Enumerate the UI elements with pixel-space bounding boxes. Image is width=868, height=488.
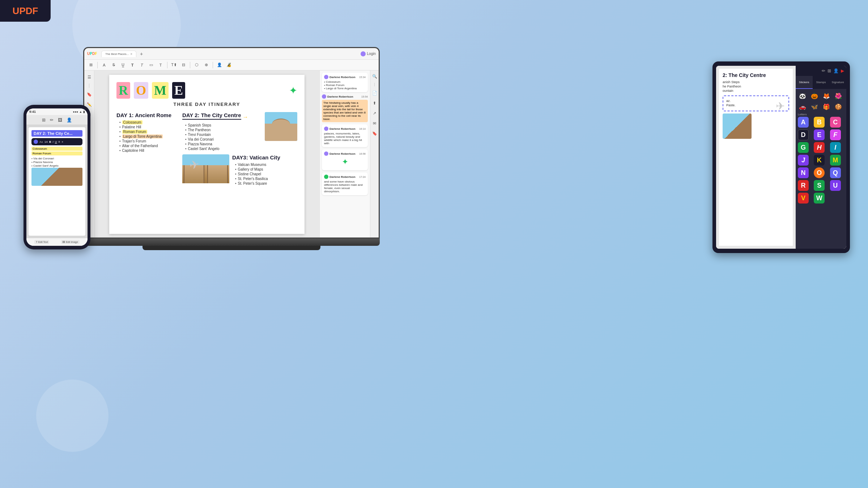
pdf-main-area[interactable]: R O M E ✦ THREE DAY ITINERARY DAY 1: Anc… [94,70,319,237]
letter-sticker-j[interactable]: J [798,155,809,166]
list-item: • Roman Forum [324,84,366,87]
letter-sticker-f[interactable]: F [830,129,841,140]
tablet-close-icon[interactable]: ▶ [841,68,844,73]
comment-1-header: Darlene Robertson 15:34 [324,75,366,79]
phone-color-dot[interactable] [34,140,38,144]
login-text[interactable]: Login [367,52,376,56]
tab-close-btn[interactable]: × [130,52,132,56]
letter-sticker-o[interactable]: O [814,167,825,178]
new-tab-btn[interactable]: + [140,51,143,57]
toolbar-text-icon[interactable]: A [101,61,108,69]
letter-sticker-w[interactable]: W [814,193,825,204]
letter-sticker-k[interactable]: K [814,155,825,166]
phone-pen-icon[interactable]: ✏ [50,117,54,123]
laptop-foot [142,246,320,250]
updf-logo: UPDF [0,0,51,22]
tablet-user-icon[interactable]: 👤 [833,68,839,73]
toolbar-stamp-icon[interactable]: 🔏 [225,61,233,69]
login-area[interactable]: Login [361,51,376,56]
comment-3-author: Darlene Robertson [329,127,356,130]
phone-align-btn[interactable]: ≡ [59,140,60,144]
mail-icon[interactable]: ✉ [371,120,378,127]
sidebar-nav-icon[interactable]: ☰ [86,73,93,81]
phone-pdf: DAY 2: The City Ce... Aa 14 B I U ≡ × [29,127,85,236]
phone-close-btn[interactable]: × [61,140,63,144]
letter-sticker-v[interactable]: V [798,193,809,204]
right-comments-panel: Darlene Robertson 15:34 • Colosseum • Ro… [319,70,370,237]
sticker-flower[interactable]: 🌺 [834,91,843,100]
edit-text-icon: T [36,241,37,243]
toolbar-italic-icon[interactable]: T [138,61,145,69]
sticker-cookie[interactable]: 🍪 [834,102,843,111]
toolbar-text2-icon[interactable]: T [157,61,164,69]
tablet-pen-icon[interactable]: ✏ [822,68,825,73]
sidebar-bookmark-icon[interactable]: 🔖 [86,91,93,98]
sticker-pumpkin[interactable]: 🎃 [810,91,819,100]
letter-sticker-q[interactable]: Q [830,167,841,178]
edit-text-btn[interactable]: T Edit Text [34,240,49,244]
tab-stamps[interactable]: Stamps [813,76,830,89]
letter-sticker-n[interactable]: N [798,167,809,178]
emoji-sticker-row: 🐼 🎃 🦊 🌺 [798,91,844,100]
edit-image-label[interactable]: Edit Image [66,241,78,243]
toolbar-underline-icon[interactable]: U̲ [119,61,127,69]
document-tab[interactable]: The Best Places... × [101,51,136,57]
avatar-3 [324,127,328,131]
phone-underline-btn[interactable]: U [55,140,57,144]
comment-star-decoration: ✦ [324,157,366,167]
letter-sticker-g[interactable]: G [798,142,809,153]
toolbar-layout-icon[interactable]: ⊞ [87,61,94,69]
phone-home-icon[interactable]: ⊞ [42,117,46,123]
letter-sticker-b[interactable]: B [814,117,825,128]
list-item: • Colosseum [324,80,366,84]
sticker-fox[interactable]: 🦊 [822,91,831,100]
itinerary-label: THREE DAY ITINERARY [116,102,297,107]
toolbar-bold-icon[interactable]: T [129,61,136,69]
day2-day3-area: DAY 2: The City Centre → Spanish Steps T… [182,112,297,186]
toolbar-table-icon[interactable]: ⊟ [180,61,187,69]
list-item: Palatine Hill [119,125,178,129]
item-roman-forum: Roman Forum [122,130,148,134]
letter-sticker-e[interactable]: E [814,129,825,140]
letter-sticker-i[interactable]: I [830,142,841,153]
phone-image-icon[interactable]: 🖼 [58,117,62,123]
toolbar-shape-icon[interactable]: ⬡ [193,61,200,69]
toolbar-font-icon[interactable]: T⬆ [170,61,178,69]
laptop-screen: UPDF The Best Places... × + Login ⊞ A S̶… [83,47,380,239]
bookmark2-icon[interactable]: 🔖 [371,130,378,137]
letter-sticker-m[interactable]: M [830,155,841,166]
sticker-butterfly[interactable]: 🦋 [810,102,819,111]
toolbar-strike-icon[interactable]: S̶ [110,61,117,69]
tablet-copy-icon[interactable]: ⊞ [827,68,831,73]
toolbar-cursor-icon[interactable]: ⊕ [203,61,210,69]
comment-2: Darlene Robertson 15:54 The hindwing usu… [322,94,368,122]
sticker-panda[interactable]: 🐼 [798,91,807,100]
letter-sticker-a[interactable]: A [798,117,809,128]
tab-stickers[interactable]: Stickers [796,76,813,89]
search-icon[interactable]: 🔍 [371,73,378,80]
letter-sticker-d[interactable]: D [798,129,809,140]
list-item: Gallery of Maps [235,167,297,171]
edit-text-label[interactable]: Edit Text [38,241,48,243]
toolbar-divider-3 [190,62,190,68]
toolbar-user-icon[interactable]: 👤 [216,61,223,69]
phone-person-icon[interactable]: 👤 [67,117,72,123]
letter-sticker-c[interactable]: C [830,117,841,128]
phone-italic-btn[interactable]: I [52,140,53,144]
tablet-pdf-page: 2: The City Centre anish Steps he Panthe… [719,69,793,246]
upload-icon[interactable]: ⬆ [371,99,378,107]
letter-sticker-r[interactable]: R [798,180,809,191]
file-icon[interactable]: 📄 [371,89,378,97]
letter-sticker-s[interactable]: S [814,180,825,191]
letter-sticker-h[interactable]: H [814,142,825,153]
tablet-list-1: anish Steps [723,80,789,84]
phone-bold-btn[interactable]: B [49,140,51,144]
share-icon[interactable]: ↗ [371,110,378,117]
letter-sticker-u[interactable]: U [830,180,841,191]
toolbar-box-icon[interactable]: ▭ [148,61,155,69]
edit-image-btn[interactable]: 🖼 Edit Image [61,240,79,244]
sticker-car[interactable]: 🚗 [798,102,807,111]
tab-signature[interactable]: Signature [829,76,846,89]
day1-list: Colosseum Palatine Hill Roman Forum Larg… [119,120,178,153]
sticker-gift[interactable]: 🎁 [822,102,831,111]
